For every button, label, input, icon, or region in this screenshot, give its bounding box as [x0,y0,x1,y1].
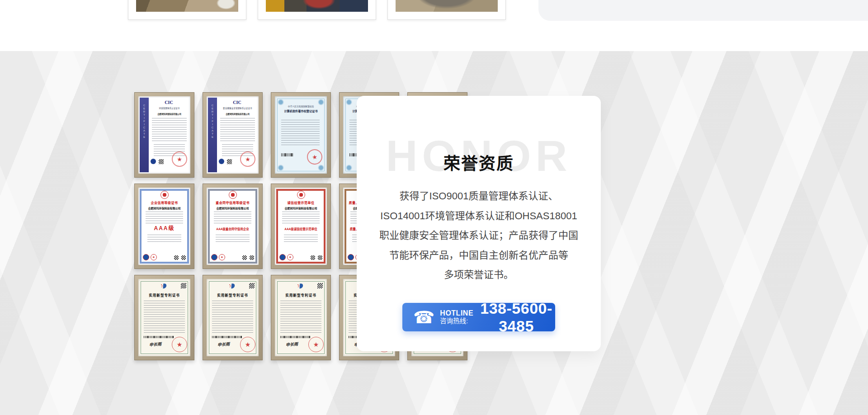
hotline-label-en: HOTLINE [440,309,473,317]
star-logo-icon: ★ [151,254,157,260]
gallery-card[interactable] [258,0,376,20]
excavation-site-photo [136,0,238,12]
barcode-icon [280,336,311,338]
red-emblem-icon [160,191,169,199]
red-emblem-icon [229,191,237,199]
honor-card: HONOR 荣誉资质 获得了ISO9001质量管理体系认证、 ISO14001环… [357,96,601,351]
certificate-credit: 企业信用等级证书合肥珂玛环保科技有限公司AAA级★ [134,184,194,269]
certificate-cic: CERTIFICATECIC职业健康安全管理体系认证证书合肥珂玛环保科技有限公司… [203,92,263,178]
qr-code-icon [181,283,186,288]
certificate-title: 计算机软件著作权登记证书 [278,109,324,113]
signature: 申长雨 [286,341,298,348]
certificate-company: 合肥珂玛环保科技有限公司 [218,113,257,115]
honor-description: 获得了ISO9001质量管理体系认证、 ISO14001环境管理体系认证和OHS… [370,186,587,285]
section-title: 荣誉资质 [357,150,601,174]
certificate-title: 环境管理体系认证证书 [150,107,189,109]
cnipa-logo-icon [297,283,304,290]
qr-code-icon [250,255,254,260]
phone-icon: ☎ [413,309,434,326]
cnipa-logo-icon [228,283,236,290]
certificate-company: 合肥珂玛环保科技有限公司 [142,206,187,210]
certificate-org: CIC [217,100,257,105]
credit-logo-icon [348,254,354,260]
certificate-title: 实用新型专利证书 [141,292,188,297]
qr-code-icon [159,159,164,164]
qr-code-icon [227,159,232,164]
certificate-title: 实用新型专利证书 [278,292,324,297]
credit-logo-icon [211,254,217,260]
certificate-title: 重合同守信用等级证书 [210,200,255,205]
red-seal-icon: ★ [240,151,255,167]
qr-code-icon [317,283,323,288]
red-seal-icon: ★ [240,337,255,352]
signature: 申长雨 [217,341,230,348]
gallery-card[interactable] [387,0,506,20]
certificate-grade: AAA级诚信经营示范单位 [278,226,324,231]
qr-code-icon [174,255,179,260]
certificate-band: CERTIFICATE [208,98,217,172]
cnipa-logo-icon [160,283,167,290]
hotline-labels: HOTLINE 咨询热线: [440,309,473,325]
red-seal-icon: ★ [308,337,324,352]
cic-logo-icon [219,159,224,164]
certificate-org: CIC [149,100,189,105]
certificate-grade: AAA级重合同守信用企业 [209,226,256,231]
certificate-title: 职业健康安全管理体系认证证书 [218,107,257,109]
barcode-icon [144,336,174,338]
certificate-title: 企业信用等级证书 [142,200,187,205]
certificate-patent: 实用新型专利证书申长雨★ [203,275,263,360]
qr-code-icon [249,283,255,288]
certificate-patent: 实用新型专利证书申长雨★ [271,275,331,360]
certificate-grade: AAA级 [141,224,188,231]
certificate-credit: 重合同守信用等级证书合肥珂玛环保科技有限公司AAA级重合同守信用企业★ [203,184,263,269]
qr-code-icon [311,255,315,260]
hotline-number: 138-5600-3485 [477,300,555,335]
certificate-authority: 中华人民共和国国家版权局 [278,104,323,108]
red-seal-icon: ★ [172,337,187,352]
credit-logo-icon [279,254,286,260]
hotline-button[interactable]: ☎ HOTLINE 咨询热线: 138-5600-3485 [402,303,555,331]
certificate-band: CERTIFICATE [140,98,149,172]
cic-logo-icon [151,159,156,164]
certificate-credit: 诚信经营示范单位合肥珂玛环保科技有限公司AAA级诚信经营示范单位★ [271,184,331,269]
signature: 申长雨 [149,341,162,348]
certificate-title: 诚信经营示范单位 [278,200,323,205]
barcode-icon [281,153,293,156]
certificate-title: 实用新型专利证书 [209,292,256,297]
credit-logo-icon [143,254,149,260]
star-logo-icon: ★ [219,254,225,260]
certificate-cic: CERTIFICATECIC环境管理体系认证证书合肥珂玛环保科技有限公司★ [134,92,194,178]
honor-section: CERTIFICATECIC环境管理体系认证证书合肥珂玛环保科技有限公司★CER… [0,51,868,415]
previous-section-panel [538,0,868,21]
qr-code-icon [242,255,247,260]
qr-code-icon [181,255,186,260]
certificate-patent: 实用新型专利证书申长雨★ [134,275,194,360]
gallery-card[interactable] [128,0,246,20]
crane-truck-site-photo [266,0,368,12]
hotline-label-zh: 咨询热线: [440,317,468,325]
certificate-copyright: 中华人民共和国国家版权局计算机软件著作权登记证书★ [271,92,331,178]
concrete-tank-photo [396,0,498,12]
star-logo-icon: ★ [287,254,293,260]
certificate-company: 合肥珂玛环保科技有限公司 [210,206,255,210]
qr-code-icon [318,255,322,260]
certificate-company: 合肥珂玛环保科技有限公司 [278,206,323,210]
certificate-company: 合肥珂玛环保科技有限公司 [150,113,189,115]
red-emblem-icon [297,191,305,199]
barcode-icon [212,336,242,338]
red-seal-icon: ★ [172,151,187,167]
